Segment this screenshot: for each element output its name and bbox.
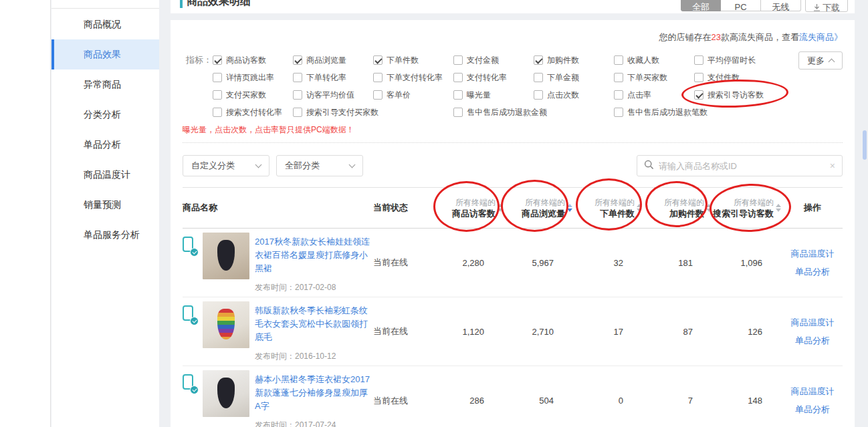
sort-icon[interactable]: [776, 204, 781, 212]
sidebar-item-product-effect[interactable]: 商品效果: [51, 39, 159, 69]
column-header-status: 当前状态: [373, 202, 435, 214]
product-title-link[interactable]: 2017秋冬新款女长袖娃娃领连衣裙百搭名媛显瘦打底修身小黑裙: [255, 235, 372, 275]
thermometer-link[interactable]: 商品温度计: [791, 386, 835, 398]
download-button[interactable]: 下载: [805, 0, 848, 12]
sort-icon[interactable]: [637, 204, 642, 212]
pc-data-warning: 曝光量，点击次数，点击率暂只提供PC端数据！: [183, 124, 843, 136]
clear-search-icon[interactable]: ×: [830, 160, 835, 171]
column-header-search-guided-visitors[interactable]: 所有终端的搜索引导访客数: [713, 197, 782, 219]
checkbox-avg-stay-time[interactable]: 平均停留时长: [694, 55, 762, 66]
metric-name: 下单件数: [594, 208, 635, 219]
table-row: 韩版新款秋冬季长袖彩虹条纹毛衣女套头宽松中长款圆领打底毛 发布时间：2016-1…: [183, 297, 843, 366]
sidebar-item-product-overview[interactable]: 商品概况: [51, 9, 159, 39]
checkbox-search-pay-conversion[interactable]: 搜索支付转化率: [213, 107, 293, 118]
checkbox-order-pay-conversion[interactable]: 下单支付转化率: [373, 72, 453, 84]
column-header-views[interactable]: 所有终端的商品浏览量: [504, 197, 574, 219]
title-accent-bar: [180, 0, 183, 8]
checkbox-visitor-avg-value[interactable]: 访客平均价值: [293, 90, 373, 101]
checkbox-order-amount[interactable]: 下单金额: [534, 72, 614, 84]
column-header-cart-adds[interactable]: 所有终端的加购件数: [643, 197, 713, 219]
checkbox-icon: [534, 90, 543, 100]
search-input[interactable]: [659, 161, 825, 171]
content-card: 您的店铺存在23款高流失商品，查看流失商品》 指标： 商品访客数 商品浏览量 下…: [171, 20, 855, 427]
column-header-visitors[interactable]: 所有终端的商品访客数: [435, 197, 504, 219]
product-title-link[interactable]: 赫本小黑裙冬季连衣裙女2017新款蓬蓬七分袖修身显瘦加厚A字: [255, 373, 372, 413]
checkbox-label: 支付转化率: [467, 72, 507, 84]
product-image[interactable]: [203, 233, 249, 279]
checkbox-product-visitors[interactable]: 商品访客数: [213, 55, 293, 66]
mobile-verified-icon: [183, 374, 197, 393]
search-guided-visitors-value: 126: [713, 327, 782, 337]
product-image[interactable]: [203, 301, 249, 348]
sidebar-item-single-product-service[interactable]: 单品服务分析: [51, 220, 159, 250]
column-header-order-items[interactable]: 所有终端的下单件数: [574, 197, 643, 219]
checkbox-icon: [213, 73, 222, 82]
notice-text: 您的店铺存在: [659, 32, 712, 42]
checkbox-label: 下单买家数: [627, 72, 667, 84]
cart-adds-value: 7: [643, 396, 713, 406]
checkbox-order-buyers[interactable]: 下单买家数: [614, 72, 694, 84]
sort-icon-active-desc[interactable]: [567, 204, 572, 212]
metric-name: 商品浏览量: [522, 208, 565, 219]
notice-text2: 款高流失商品，查看: [721, 32, 799, 42]
single-analysis-link[interactable]: 单品分析: [795, 266, 830, 278]
checkbox-label: 点击次数: [547, 90, 579, 101]
sidebar-item-single-product-analysis[interactable]: 单品分析: [51, 130, 159, 160]
checkbox-icon: [534, 55, 543, 65]
checkbox-order-conversion[interactable]: 下单转化率: [293, 72, 373, 84]
scope-label: 所有终端的: [664, 197, 704, 208]
checkbox-label: 售中售后成功退款笔数: [627, 107, 708, 118]
sort-icon[interactable]: [706, 204, 712, 212]
tab-pc[interactable]: PC: [721, 0, 761, 11]
download-label: 下载: [823, 3, 840, 12]
checkbox-ctr[interactable]: 点击率: [614, 90, 694, 101]
checkbox-search-guided-visitors[interactable]: 搜索引导访客数: [694, 90, 764, 101]
checkbox-refund-amount[interactable]: 售中售后成功退款金额: [453, 107, 614, 118]
checkbox-price-per-customer[interactable]: 客单价: [373, 90, 453, 101]
checkbox-product-views[interactable]: 商品浏览量: [293, 55, 373, 66]
checkbox-search-guided-pay-buyers[interactable]: 搜索引导支付买家数: [293, 107, 453, 118]
checkbox-pay-items[interactable]: 支付件数: [694, 72, 762, 84]
tab-all-terminals[interactable]: 全部: [681, 0, 721, 11]
churn-products-link[interactable]: 流失商品》: [799, 32, 843, 42]
single-analysis-link[interactable]: 单品分析: [795, 335, 830, 347]
thermometer-link[interactable]: 商品温度计: [791, 248, 835, 260]
checkbox-detail-bounce-rate[interactable]: 详情页跳出率: [213, 72, 293, 84]
custom-category-value: 自定义分类: [191, 160, 235, 172]
product-title-link[interactable]: 韩版新款秋冬季长袖彩虹条纹毛衣女套头宽松中长款圆领打底毛: [255, 304, 372, 344]
checkbox-pay-buyers[interactable]: 支付买家数: [213, 90, 293, 101]
product-image[interactable]: [203, 370, 249, 417]
checkbox-label: 下单支付转化率: [387, 72, 443, 84]
views-value: 504: [504, 396, 574, 406]
search-icon: [644, 160, 654, 172]
all-category-select[interactable]: 全部分类: [276, 155, 363, 176]
checkbox-favorites-users[interactable]: 收藏人数: [614, 55, 694, 66]
checkbox-payment-amount[interactable]: 支付金额: [453, 55, 534, 66]
more-button[interactable]: 更多: [798, 51, 843, 69]
sidebar-item-product-thermometer[interactable]: 商品温度计: [51, 160, 159, 190]
checkbox-impressions[interactable]: 曝光量: [453, 90, 534, 101]
checkbox-order-items[interactable]: 下单件数: [373, 55, 453, 66]
table-header: 商品名称 当前状态 所有终端的商品访客数 所有终端的商品浏览量 所有终端的下单件…: [183, 187, 843, 229]
checkbox-pay-conversion[interactable]: 支付转化率: [453, 72, 534, 84]
sort-icon[interactable]: [498, 204, 503, 212]
single-analysis-link[interactable]: 单品分析: [795, 404, 830, 416]
checkbox-label: 下单金额: [547, 72, 579, 84]
checkbox-cart-adds[interactable]: 加购件数: [534, 55, 614, 66]
thermometer-link[interactable]: 商品温度计: [791, 317, 835, 329]
sidebar-item-sales-forecast[interactable]: 销量预测: [51, 190, 159, 220]
scrollbar-thumb[interactable]: [863, 130, 867, 160]
checkbox-icon: [614, 90, 623, 100]
sidebar-item-category-analysis[interactable]: 分类分析: [51, 100, 159, 130]
tab-wireless[interactable]: 无线: [761, 0, 801, 11]
checkbox-clicks[interactable]: 点击次数: [534, 90, 614, 101]
custom-category-select[interactable]: 自定义分类: [183, 155, 269, 176]
cart-adds-value: 87: [643, 327, 713, 337]
metric-row-3: 支付买家数 访客平均价值 客单价 曝光量 点击次数 点击率 搜索引导访客数: [213, 86, 762, 104]
table-row: 2017秋冬新款女长袖娃娃领连衣裙百搭名媛显瘦打底修身小黑裙 发布时间：2017…: [183, 229, 843, 297]
checkbox-label: 点击率: [627, 90, 651, 101]
sidebar-item-abnormal-products[interactable]: 异常商品: [51, 69, 159, 100]
checkbox-label: 客单价: [387, 90, 411, 101]
filter-row: 自定义分类 全部分类 ×: [183, 155, 843, 176]
checkbox-refund-count[interactable]: 售中售后成功退款笔数: [614, 107, 762, 118]
